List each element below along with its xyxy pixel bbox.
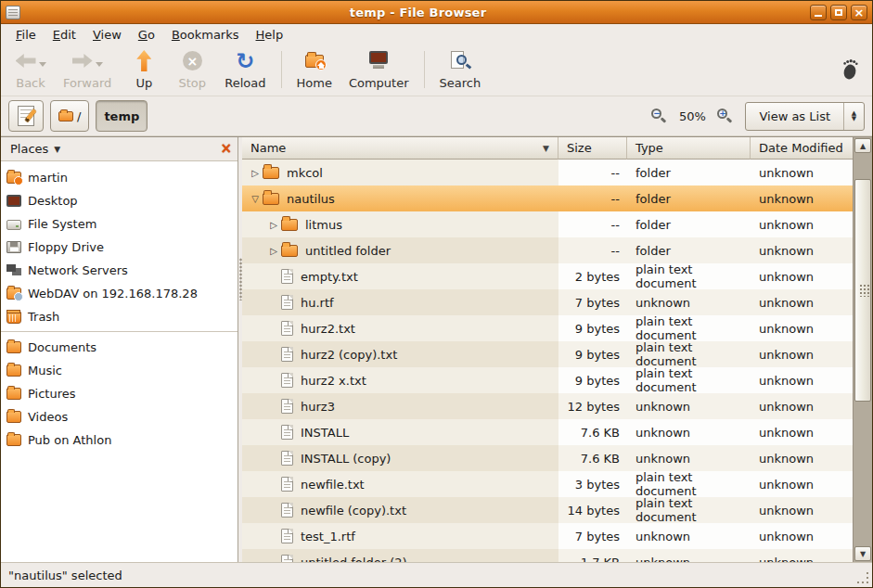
sidebar-item-pictures[interactable]: Pictures — [1, 382, 238, 405]
table-row[interactable]: ▷litmus--folderunknown — [242, 211, 853, 237]
expander-collapsed-icon[interactable]: ▷ — [248, 168, 263, 178]
column-header-size[interactable]: Size — [558, 137, 627, 160]
edit-location-button[interactable] — [8, 100, 44, 132]
cell-type: plain text document — [627, 471, 751, 497]
sidebar-item-pub-on-athlon[interactable]: Pub on Athlon — [1, 428, 238, 452]
file-list: ▷mkcol--folderunknown▽nautilus--folderun… — [242, 160, 853, 562]
file-name: mkcol — [287, 166, 323, 180]
sidebar-item-music[interactable]: Music — [1, 359, 238, 382]
text-file-icon — [281, 399, 293, 414]
expander-collapsed-icon[interactable]: ▷ — [266, 220, 281, 230]
menu-go[interactable]: Go — [131, 26, 162, 44]
table-row[interactable]: ▽nautilus--folderunknown — [242, 185, 853, 211]
sidebar-item-label: Videos — [28, 410, 68, 424]
current-path-button[interactable]: temp — [96, 100, 148, 132]
expander-collapsed-icon[interactable]: ▷ — [266, 246, 281, 256]
sidebar-item-label: Music — [28, 364, 62, 377]
sidebar-item-file-system[interactable]: File System — [1, 212, 238, 236]
cell-size: 9 bytes — [558, 315, 627, 341]
up-label: Up — [135, 76, 152, 90]
cell-name: hurz2 (copy).txt — [242, 341, 558, 367]
menu-bookmarks[interactable]: Bookmarks — [164, 26, 247, 44]
stop-button[interactable]: ×Stop — [168, 47, 216, 92]
sidebar-item-network-servers[interactable]: Network Servers — [1, 259, 238, 282]
expander-expanded-icon[interactable]: ▽ — [248, 194, 263, 204]
view-mode-stepper[interactable]: ▲▼ — [843, 103, 864, 130]
pane-splitter[interactable] — [238, 137, 242, 562]
column-header-label: Name — [250, 141, 286, 155]
table-row[interactable]: test_1.rtf7 bytesunknownunknown — [242, 523, 853, 549]
zoom-in-button[interactable]: + — [717, 109, 733, 124]
home-folder-icon — [305, 55, 324, 68]
close-button[interactable]: × — [851, 5, 867, 20]
minimize-button[interactable] — [810, 5, 827, 20]
sidebar-item-videos[interactable]: Videos — [1, 405, 238, 428]
titlebar[interactable]: temp - File Browser × — [1, 1, 872, 24]
maximize-icon — [835, 9, 842, 16]
column-header-date-modified[interactable]: Date Modified — [751, 137, 853, 160]
sidebar-item-martin[interactable]: martin — [1, 166, 238, 189]
sidebar-item-floppy-drive[interactable]: Floppy Drive — [1, 236, 238, 259]
sidebar-item-label: Documents — [28, 340, 96, 354]
table-row[interactable]: INSTALL7.6 KBunknownunknown — [242, 419, 853, 445]
sidebar-item-label: Network Servers — [28, 263, 128, 277]
places-header[interactable]: Places ▼ × — [1, 137, 238, 161]
column-header-name[interactable]: Name▼ — [242, 137, 558, 160]
gnome-foot-icon — [840, 58, 861, 81]
folder-icon — [58, 111, 73, 121]
table-row[interactable]: untitled folder (2)1.7 KBunknownunknown — [242, 549, 853, 562]
table-row[interactable]: hurz2 x.txt9 bytesplain text documentunk… — [242, 367, 853, 393]
table-row[interactable]: hurz2 (copy).txt9 bytesplain text docume… — [242, 341, 853, 367]
table-row[interactable]: empty.txt2 bytesplain text documentunkno… — [242, 263, 853, 289]
sidebar-item-webdav-on-192-168-178-28[interactable]: WebDAV on 192.168.178.28 — [1, 282, 238, 305]
zoom-out-button[interactable]: − — [651, 109, 667, 124]
view-mode-selector[interactable]: View as List ▲▼ — [745, 102, 865, 131]
computer-button[interactable]: Computer — [340, 47, 417, 92]
sidebar-item-desktop[interactable]: Desktop — [1, 189, 238, 212]
back-button[interactable]: Back — [6, 47, 55, 92]
scroll-down-button[interactable]: ▼ — [854, 546, 871, 561]
text-file-icon — [281, 503, 293, 518]
search-button[interactable]: Search — [431, 47, 490, 92]
sidebar-item-trash[interactable]: Trash — [1, 305, 238, 328]
scroll-up-button[interactable]: ▲ — [854, 138, 871, 153]
table-row[interactable]: newfile (copy).txt14 bytesplain text doc… — [242, 497, 853, 523]
cell-size: 7 bytes — [558, 523, 627, 549]
menu-edit[interactable]: Edit — [45, 26, 83, 44]
cell-type: folder — [627, 237, 751, 263]
maximize-button[interactable] — [830, 5, 847, 20]
file-name: newfile (copy).txt — [301, 504, 406, 518]
menu-file[interactable]: File — [8, 26, 44, 44]
up-button[interactable]: Up — [120, 47, 168, 92]
menu-help[interactable]: Help — [249, 26, 291, 44]
folder-icon — [281, 245, 298, 257]
home-button[interactable]: Home — [289, 47, 340, 92]
menu-view[interactable]: View — [85, 26, 129, 44]
arrow-left-area — [16, 49, 46, 73]
root-path-button[interactable]: / — [50, 100, 89, 132]
cell-type: plain text document — [627, 367, 751, 393]
cell-type: folder — [627, 185, 751, 211]
scrollbar-thumb[interactable] — [854, 179, 871, 402]
resize-grip[interactable] — [857, 572, 869, 584]
table-row[interactable]: ▷mkcol--folderunknown — [242, 160, 853, 185]
folder-icon — [281, 219, 298, 231]
table-row[interactable]: newfile.txt3 bytesplain text documentunk… — [242, 471, 853, 497]
column-header-type[interactable]: Type — [627, 137, 751, 160]
text-file-icon — [281, 477, 293, 492]
view-mode-label: View as List — [746, 103, 843, 130]
vertical-scrollbar[interactable]: ▲ ▼ — [853, 137, 872, 562]
reload-button[interactable]: ↻Reload — [216, 47, 274, 92]
forward-button[interactable]: Forward — [55, 47, 120, 92]
table-row[interactable]: hurz312 bytesunknownunknown — [242, 393, 853, 419]
table-row[interactable]: hu.rtf7 bytesunknownunknown — [242, 289, 853, 315]
table-row[interactable]: hurz2.txt9 bytesplain text documentunkno… — [242, 315, 853, 341]
table-row[interactable]: INSTALL (copy)7.6 KBunknownunknown — [242, 445, 853, 471]
trash-can-icon — [6, 312, 21, 324]
table-row[interactable]: ▷untitled folder--folderunknown — [242, 237, 853, 263]
sidebar-close-button[interactable]: × — [220, 142, 232, 156]
sidebar-item-documents[interactable]: Documents — [1, 336, 238, 359]
folder-icon — [6, 388, 21, 400]
chevron-down-icon: ▼ — [54, 145, 60, 154]
file-name: empty.txt — [301, 270, 358, 284]
